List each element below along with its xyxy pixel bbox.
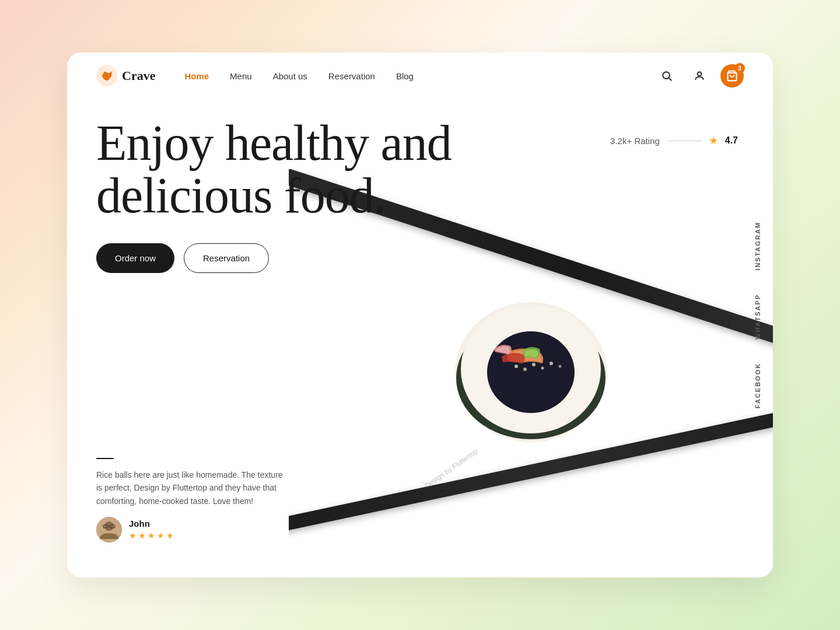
svg-point-2 [663, 72, 670, 79]
navbar: Crave Home Menu About us Reservation Blo… [67, 52, 773, 99]
stars: ★ ★ ★ ★ ★ [129, 531, 174, 541]
main-card: Crave Home Menu About us Reservation Blo… [67, 52, 773, 578]
svg-point-23 [523, 368, 527, 371]
social-facebook[interactable]: FACEBOOK [754, 363, 761, 408]
reviewer-name: John [129, 519, 174, 528]
user-icon [694, 70, 705, 82]
search-button[interactable] [655, 64, 678, 88]
nav-links: Home Menu About us Reservation Blog [184, 71, 655, 81]
cart-badge: 3 [734, 63, 745, 74]
rating-star-icon: ★ [709, 134, 718, 147]
star-5: ★ [166, 531, 174, 541]
social-whatsapp[interactable]: WHATSAPP [754, 294, 761, 340]
svg-point-4 [698, 72, 702, 76]
rating-value: 4.7 [725, 135, 738, 146]
svg-point-1 [104, 74, 109, 78]
svg-point-22 [514, 365, 518, 368]
search-icon [661, 70, 673, 82]
logo[interactable]: Crave [96, 65, 155, 86]
svg-point-26 [550, 362, 553, 365]
nav-reservation[interactable]: Reservation [328, 71, 375, 81]
reviewer-avatar [96, 517, 122, 542]
social-instagram[interactable]: INSTAGRAM [754, 222, 761, 271]
review-divider [96, 458, 114, 459]
reviewer: John ★ ★ ★ ★ ★ [96, 517, 283, 542]
nav-menu[interactable]: Menu [230, 71, 252, 81]
review-section: Rice balls here are just like homemade. … [96, 458, 283, 542]
star-3: ★ [148, 531, 155, 541]
star-2: ★ [138, 531, 146, 541]
svg-point-25 [541, 367, 544, 370]
svg-point-21 [487, 331, 575, 413]
reservation-button[interactable]: Reservation [184, 243, 269, 273]
hero-title: Enjoy healthy and delicious food. [96, 117, 493, 222]
nav-about[interactable]: About us [273, 71, 307, 81]
cart-button[interactable]: 3 [720, 64, 744, 88]
social-links: INSTAGRAM WHATSAPP FACEBOOK [754, 222, 761, 408]
svg-point-27 [559, 365, 562, 368]
sushi-image [432, 264, 630, 463]
user-button[interactable] [688, 64, 711, 88]
review-text: Rice balls here are just like homemade. … [96, 468, 283, 508]
rating-label: 3.2k+ Rating [610, 136, 660, 146]
brand-name: Crave [122, 68, 155, 83]
nav-blog[interactable]: Blog [396, 71, 414, 81]
hero-content: Enjoy healthy and delicious food. Order … [67, 99, 773, 273]
rating-area: 3.2k+ Rating ★ 4.7 [610, 134, 738, 147]
svg-point-24 [532, 363, 536, 366]
nav-actions: 3 [655, 64, 744, 88]
rating-line [667, 141, 702, 141]
order-now-button[interactable]: Order now [96, 243, 174, 273]
hero-buttons: Order now Reservation [96, 243, 744, 273]
star-4: ★ [157, 531, 164, 541]
reviewer-info: John ★ ★ ★ ★ ★ [129, 519, 174, 541]
svg-line-3 [669, 78, 672, 81]
nav-home[interactable]: Home [184, 71, 209, 81]
star-1: ★ [129, 531, 136, 541]
